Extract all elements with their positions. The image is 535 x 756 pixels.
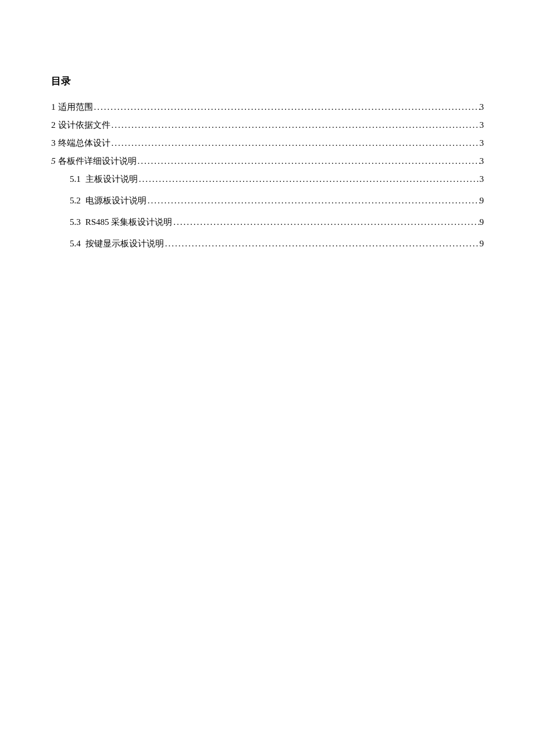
toc-entry-page: 3 (480, 102, 484, 112)
toc-leader-dots: ........................................… (147, 196, 480, 206)
toc-entry-label: 5.4按键显示板设计说明 (70, 238, 164, 249)
toc-entry[interactable]: 1适用范围...................................… (51, 102, 484, 113)
toc-entry[interactable]: 5.1主板设计说明...............................… (51, 174, 484, 185)
toc-entry-title: 设计依据文件 (58, 120, 110, 130)
toc-entry-title: RS485 采集板设计说明 (85, 217, 173, 227)
toc-entry[interactable]: 5各板件详细设计说明..............................… (51, 156, 484, 167)
toc-entry-label: 3终端总体设计 (51, 138, 110, 149)
toc-entry-number: 2 (51, 120, 56, 130)
toc-entry[interactable]: 2设计依据文件.................................… (51, 120, 484, 131)
toc-entry-page: 9 (480, 196, 484, 206)
toc-entry-label: 2设计依据文件 (51, 120, 110, 131)
toc-entry-page: 3 (480, 138, 484, 148)
toc-entry-number: 3 (51, 138, 56, 148)
toc-leader-dots: ........................................… (138, 174, 480, 184)
toc-leader-dots: ........................................… (137, 156, 480, 166)
toc-heading: 目录 (51, 74, 484, 88)
toc-entry-title: 主板设计说明 (85, 174, 138, 184)
toc-entry-page: 3 (480, 174, 484, 184)
toc-leader-dots: ........................................… (164, 239, 480, 249)
toc-entry[interactable]: 3终端总体设计.................................… (51, 138, 484, 149)
toc-entry-label: 5.2电源板设计说明 (70, 195, 147, 206)
toc-entry-page: 9 (480, 239, 484, 249)
toc-entry-title: 电源板设计说明 (85, 196, 147, 205)
toc-entry-number: 1 (51, 102, 56, 112)
toc-entry-page: 9 (480, 217, 484, 227)
toc-leader-dots: ........................................… (172, 217, 479, 227)
toc-entry-label: 5.1主板设计说明 (70, 174, 138, 185)
toc-leader-dots: ........................................… (110, 138, 480, 148)
toc-entry-title: 按键显示板设计说明 (85, 239, 164, 248)
toc-entry-number: 5 (51, 156, 56, 166)
toc-entry-number: 5.3 (70, 217, 81, 227)
toc-entry-number: 5.2 (70, 196, 81, 205)
toc-leader-dots: ........................................… (93, 102, 480, 112)
toc-entry[interactable]: 5.2电源板设计说明..............................… (51, 195, 484, 206)
toc-entry-page: 3 (480, 120, 484, 130)
toc-entry-title: 适用范围 (58, 102, 93, 112)
toc-entry-number: 5.4 (70, 239, 81, 248)
toc-leader-dots: ........................................… (110, 120, 480, 130)
toc-entry-number: 5.1 (70, 174, 81, 184)
toc-entry[interactable]: 5.4按键显示板设计说明............................… (51, 238, 484, 249)
toc-entry-label: 5.3RS485 采集板设计说明 (70, 217, 172, 228)
toc-entry-title: 各板件详细设计说明 (58, 156, 137, 166)
toc-entry[interactable]: 5.3RS485 采集板设计说明........................… (51, 217, 484, 228)
toc-entry-page: 3 (480, 156, 484, 166)
toc-entry-title: 终端总体设计 (58, 138, 110, 148)
toc-entry-label: 1适用范围 (51, 102, 93, 113)
toc-entry-label: 5各板件详细设计说明 (51, 156, 137, 167)
toc-list: 1适用范围...................................… (51, 102, 484, 249)
